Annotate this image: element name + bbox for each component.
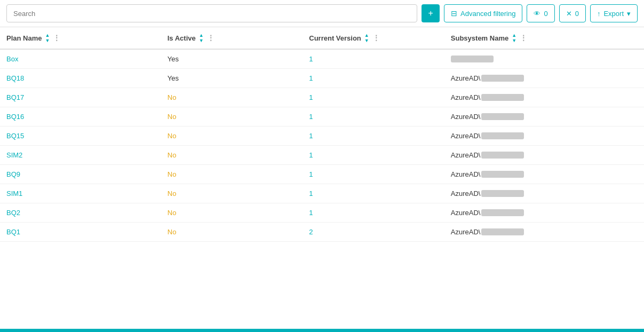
table-row: BQ17No1AzureAD\ bbox=[0, 88, 644, 107]
cell-current-version: 1 bbox=[303, 69, 444, 88]
table-container: Plan Name ▲▼ ⋮ Is Active ▲▼ ⋮ Current Ve… bbox=[0, 27, 644, 242]
subsystem-blurred-value bbox=[451, 56, 494, 62]
subsystem-blurred-value bbox=[481, 94, 524, 101]
cell-current-version: 1 bbox=[303, 127, 444, 146]
cell-is-active: No bbox=[161, 107, 303, 127]
subsystem-blurred-value bbox=[481, 113, 524, 120]
subsystem-blurred-value bbox=[481, 171, 524, 178]
cell-is-active: Yes bbox=[161, 69, 303, 88]
subsystem-blurred-value bbox=[481, 152, 524, 159]
menu-icon-plan-name[interactable]: ⋮ bbox=[53, 34, 60, 42]
col-label-current-version: Current Version bbox=[309, 34, 361, 42]
cell-is-active: No bbox=[161, 203, 303, 223]
menu-icon-current-version[interactable]: ⋮ bbox=[372, 34, 380, 42]
col-header-subsystem-name[interactable]: Subsystem Name ▲▼ ⋮ bbox=[444, 27, 644, 49]
cell-plan-name[interactable]: BQ16 bbox=[0, 107, 161, 127]
cell-plan-name[interactable]: BQ18 bbox=[0, 69, 161, 88]
eye-count: 0 bbox=[544, 10, 547, 18]
cell-current-version: 1 bbox=[303, 49, 444, 69]
cell-current-version: 1 bbox=[303, 184, 444, 203]
table-row: BQ9No1AzureAD\ bbox=[0, 165, 644, 184]
subsystem-prefix: AzureAD\ bbox=[451, 113, 481, 121]
table-row: BQ18Yes1AzureAD\ bbox=[0, 69, 644, 88]
col-header-current-version[interactable]: Current Version ▲▼ ⋮ bbox=[303, 27, 444, 49]
cell-is-active: No bbox=[161, 223, 303, 242]
cell-plan-name[interactable]: BQ15 bbox=[0, 127, 161, 146]
cell-current-version: 1 bbox=[303, 203, 444, 223]
cell-plan-name[interactable]: Box bbox=[0, 49, 161, 69]
filter-count: 0 bbox=[575, 10, 579, 18]
sort-icon-is-active[interactable]: ▲▼ bbox=[199, 33, 204, 43]
cell-subsystem-name: AzureAD\ bbox=[444, 69, 644, 88]
cell-current-version: 1 bbox=[303, 88, 444, 107]
table-row: SIM1No1AzureAD\ bbox=[0, 184, 644, 203]
table-row: BQ1No2AzureAD\ bbox=[0, 223, 644, 242]
cell-is-active: No bbox=[161, 184, 303, 203]
subsystem-prefix: AzureAD\ bbox=[451, 93, 481, 101]
subsystem-blurred-value bbox=[481, 228, 524, 235]
cell-current-version: 1 bbox=[303, 165, 444, 184]
subsystem-prefix: AzureAD\ bbox=[451, 132, 481, 140]
advanced-filtering-label: Advanced filtering bbox=[460, 10, 515, 18]
table-row: BQ16No1AzureAD\ bbox=[0, 107, 644, 127]
cell-subsystem-name bbox=[444, 49, 644, 69]
sort-icon-current-version[interactable]: ▲▼ bbox=[364, 33, 369, 43]
cell-subsystem-name: AzureAD\ bbox=[444, 223, 644, 242]
export-button[interactable]: ↑ Export ▾ bbox=[590, 4, 638, 22]
cell-subsystem-name: AzureAD\ bbox=[444, 107, 644, 127]
cell-current-version: 1 bbox=[303, 146, 444, 165]
search-input[interactable] bbox=[6, 4, 417, 22]
table-row: BQ15No1AzureAD\ bbox=[0, 127, 644, 146]
cell-subsystem-name: AzureAD\ bbox=[444, 184, 644, 203]
export-chevron-icon: ▾ bbox=[627, 10, 631, 18]
filter-icon: ⊟ bbox=[451, 9, 457, 18]
cell-plan-name[interactable]: BQ17 bbox=[0, 88, 161, 107]
x-filter-button[interactable]: ✕ 0 bbox=[559, 4, 586, 22]
subsystem-prefix: AzureAD\ bbox=[451, 170, 481, 178]
col-label-subsystem-name: Subsystem Name bbox=[451, 34, 508, 42]
subsystem-prefix: AzureAD\ bbox=[451, 209, 481, 217]
table-row: BQ2No1AzureAD\ bbox=[0, 203, 644, 223]
cell-plan-name[interactable]: BQ9 bbox=[0, 165, 161, 184]
cell-subsystem-name: AzureAD\ bbox=[444, 165, 644, 184]
subsystem-prefix: AzureAD\ bbox=[451, 228, 481, 236]
export-label: Export bbox=[603, 10, 624, 18]
subsystem-blurred-value bbox=[481, 132, 524, 139]
cell-subsystem-name: AzureAD\ bbox=[444, 203, 644, 223]
menu-icon-subsystem-name[interactable]: ⋮ bbox=[520, 34, 527, 42]
plus-icon: + bbox=[428, 9, 433, 18]
cell-subsystem-name: AzureAD\ bbox=[444, 127, 644, 146]
export-icon: ↑ bbox=[597, 10, 601, 18]
cell-is-active: No bbox=[161, 165, 303, 184]
cell-subsystem-name: AzureAD\ bbox=[444, 88, 644, 107]
cell-current-version: 1 bbox=[303, 107, 444, 127]
menu-icon-is-active[interactable]: ⋮ bbox=[207, 34, 214, 42]
x-icon: ✕ bbox=[566, 10, 572, 18]
subsystem-blurred-value bbox=[481, 209, 524, 216]
eye-filter-button[interactable]: 👁 0 bbox=[527, 4, 554, 22]
add-button[interactable]: + bbox=[422, 4, 440, 22]
cell-plan-name[interactable]: BQ2 bbox=[0, 203, 161, 223]
table-row: SIM2No1AzureAD\ bbox=[0, 146, 644, 165]
sort-icon-subsystem-name[interactable]: ▲▼ bbox=[512, 33, 516, 43]
table-row: BoxYes1 bbox=[0, 49, 644, 69]
table-header-row: Plan Name ▲▼ ⋮ Is Active ▲▼ ⋮ Current Ve… bbox=[0, 27, 644, 49]
col-header-plan-name[interactable]: Plan Name ▲▼ ⋮ bbox=[0, 27, 161, 49]
subsystem-blurred-value bbox=[481, 75, 524, 82]
advanced-filtering-button[interactable]: ⊟ Advanced filtering bbox=[444, 4, 522, 22]
cell-plan-name[interactable]: BQ1 bbox=[0, 223, 161, 242]
eye-icon: 👁 bbox=[534, 10, 540, 18]
col-label-is-active: Is Active bbox=[168, 34, 196, 42]
cell-is-active: Yes bbox=[161, 49, 303, 69]
col-header-is-active[interactable]: Is Active ▲▼ ⋮ bbox=[161, 27, 303, 49]
cell-plan-name[interactable]: SIM2 bbox=[0, 146, 161, 165]
cell-current-version: 2 bbox=[303, 223, 444, 242]
cell-subsystem-name: AzureAD\ bbox=[444, 146, 644, 165]
col-label-plan-name: Plan Name bbox=[6, 34, 42, 42]
subsystem-blurred-value bbox=[481, 190, 524, 197]
sort-icon-plan-name[interactable]: ▲▼ bbox=[45, 33, 50, 43]
cell-is-active: No bbox=[161, 127, 303, 146]
data-table: Plan Name ▲▼ ⋮ Is Active ▲▼ ⋮ Current Ve… bbox=[0, 27, 644, 242]
cell-plan-name[interactable]: SIM1 bbox=[0, 184, 161, 203]
cell-is-active: No bbox=[161, 88, 303, 107]
